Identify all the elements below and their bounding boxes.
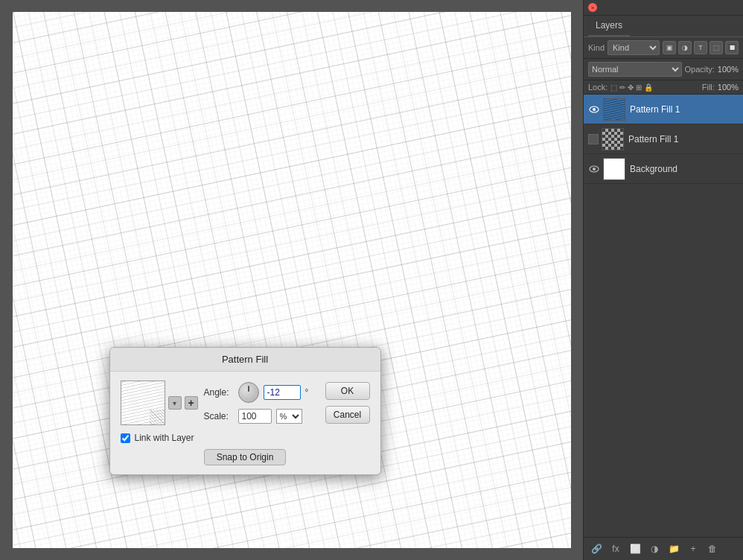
degree-symbol: ° (305, 387, 309, 398)
add-mask-icon[interactable]: ⬜ (627, 541, 643, 557)
dialog-body: ▾ + Angle: ° Scale: (110, 372, 380, 474)
layer-thumbnail (602, 128, 624, 150)
dialog-main-row: ▾ + Angle: ° Scale: (121, 381, 370, 425)
opacity-value: 100% (718, 65, 739, 74)
blend-mode-select[interactable]: Normal (588, 62, 682, 77)
add-pattern-button[interactable]: + (185, 396, 198, 410)
scale-input[interactable] (238, 409, 272, 424)
snap-to-origin-button[interactable]: Snap to Origin (204, 449, 287, 465)
snap-row: Snap to Origin (121, 449, 370, 465)
layer-thumb-pattern (604, 99, 625, 120)
lock-all-icon[interactable]: 🔒 (644, 83, 653, 92)
filter-adjust-icon[interactable]: ◑ (678, 41, 692, 54)
scale-unit-select[interactable]: % (276, 409, 302, 424)
pattern-preview (121, 381, 165, 425)
panel-bottom: 🔗 fx ⬜ ◑ 📁 + 🗑 (584, 537, 743, 560)
canvas-wrapper: Pattern Fill ▾ + Angl (13, 12, 571, 548)
lock-transparent-icon[interactable]: ⬚ (610, 83, 617, 92)
filter-type-icon[interactable]: T (694, 41, 707, 54)
new-fill-layer-icon[interactable]: ◑ (646, 541, 663, 557)
link-layer-row: Link with Layer (121, 433, 370, 443)
layers-panel: × Layers Kind Kind ▣ ◑ T ⬚ 🔲 Normal Opac… (583, 0, 743, 560)
layer-visibility-icon[interactable] (588, 163, 600, 175)
layers-panel-title: Layers (588, 16, 630, 36)
filter-row: Kind Kind ▣ ◑ T ⬚ 🔲 (584, 37, 743, 59)
opacity-label: Opacity: (685, 65, 715, 74)
layer-visibility-checkbox[interactable] (588, 134, 599, 144)
lock-position-icon[interactable]: ✥ (628, 83, 634, 92)
canvas-area: Pattern Fill ▾ + Angl (0, 0, 583, 560)
filter-smart-icon[interactable]: 🔲 (725, 41, 739, 54)
svg-point-16 (593, 168, 596, 171)
lock-label: Lock: (588, 83, 608, 92)
delete-layer-icon[interactable]: 🗑 (704, 541, 721, 557)
angle-row: Angle: ° (204, 382, 312, 403)
pattern-fill-dialog: Pattern Fill ▾ + Angl (109, 347, 381, 475)
lock-brush-icon[interactable]: ✏ (619, 83, 625, 92)
new-group-icon[interactable]: 📁 (666, 541, 682, 557)
filter-icons: ▣ ◑ T ⬚ 🔲 (663, 41, 739, 54)
filter-pixel-icon[interactable]: ▣ (663, 41, 676, 54)
lock-row: Lock: ⬚ ✏ ✥ ⊞ 🔒 Fill: 100% (584, 80, 743, 95)
svg-point-14 (593, 108, 596, 111)
link-layers-icon[interactable]: 🔗 (588, 541, 605, 557)
layer-name: Pattern Fill 1 (630, 104, 739, 115)
ok-button[interactable]: OK (325, 382, 370, 400)
lock-artboard-icon[interactable]: ⊞ (636, 83, 642, 92)
lock-icons: ⬚ ✏ ✥ ⊞ 🔒 (610, 83, 653, 92)
filter-shape-icon[interactable]: ⬚ (709, 41, 723, 54)
controls-area: Angle: ° Scale: % (204, 382, 312, 424)
fill-value: 100% (718, 83, 739, 92)
layer-item[interactable]: Pattern Fill 1 (584, 95, 743, 124)
pattern-preview-container: ▾ + (121, 381, 198, 425)
layer-item[interactable]: Background (584, 154, 743, 184)
panel-close-button[interactable]: × (588, 3, 597, 12)
layer-item[interactable]: Pattern Fill 1 (584, 124, 743, 154)
new-layer-icon[interactable]: + (685, 541, 701, 557)
cancel-button[interactable]: Cancel (325, 406, 370, 424)
angle-input[interactable] (264, 385, 301, 400)
angle-label: Angle: (204, 387, 234, 398)
filter-label: Kind (588, 43, 605, 52)
add-style-icon[interactable]: fx (608, 541, 624, 557)
scale-row: Scale: % (204, 409, 312, 424)
pattern-preview-corner (150, 410, 165, 424)
link-layer-label: Link with Layer (135, 433, 194, 443)
panel-close-bar: × (584, 0, 743, 16)
layer-name: Pattern Fill 1 (628, 134, 739, 144)
layer-name: Background (630, 164, 739, 174)
dialog-buttons: OK Cancel (325, 382, 370, 424)
preview-dropdown-arrow[interactable]: ▾ (168, 396, 182, 410)
layer-thumbnail (603, 158, 625, 180)
blend-row: Normal Opacity: 100% (584, 59, 743, 80)
scale-label: Scale: (204, 411, 234, 421)
layer-visibility-icon[interactable] (588, 104, 600, 115)
filter-kind-select[interactable]: Kind (608, 40, 660, 55)
layer-thumbnail (603, 98, 625, 121)
layers-list: Pattern Fill 1 Pattern Fill 1 Background (584, 95, 743, 537)
angle-knob[interactable] (238, 382, 259, 403)
fill-label: Fill: (702, 83, 715, 92)
layer-thumb-white (604, 159, 625, 179)
dialog-title: Pattern Fill (110, 348, 380, 372)
link-layer-checkbox[interactable] (121, 433, 130, 443)
layer-thumb-checker (602, 129, 623, 150)
